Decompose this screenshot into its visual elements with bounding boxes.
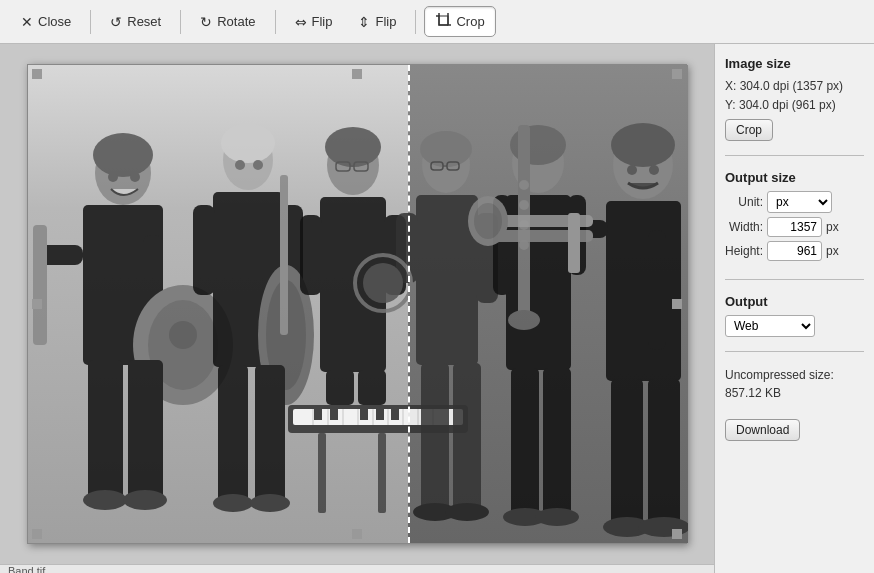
svg-rect-25 [255, 365, 285, 505]
svg-rect-55 [378, 433, 386, 513]
separator-1 [90, 10, 91, 34]
divider-2 [725, 279, 864, 280]
svg-point-59 [420, 131, 472, 167]
svg-point-2 [93, 133, 153, 177]
image-container[interactable] [0, 44, 714, 564]
flip-v-icon: ⇕ [358, 14, 370, 30]
svg-rect-49 [314, 409, 322, 420]
height-label: Height: [725, 244, 763, 258]
width-label: Width: [725, 220, 763, 234]
crop-line [408, 65, 410, 543]
svg-point-95 [474, 203, 502, 239]
separator-2 [180, 10, 181, 34]
handle-middle-right[interactable] [672, 299, 682, 309]
handle-top-middle[interactable] [352, 69, 362, 79]
svg-point-29 [253, 160, 263, 170]
svg-point-27 [250, 494, 290, 512]
download-button[interactable]: Download [725, 419, 800, 441]
svg-rect-0 [439, 16, 448, 25]
svg-rect-69 [453, 363, 481, 513]
photo-wrapper[interactable] [27, 64, 687, 544]
close-button[interactable]: ✕ Close [10, 8, 82, 36]
svg-rect-84 [543, 368, 571, 518]
uncompressed-section: Uncompressed size: 857.12 KB Download [725, 366, 864, 441]
crop-tool-button[interactable]: Crop [424, 6, 495, 37]
svg-rect-9 [33, 225, 47, 345]
close-label: Close [38, 14, 71, 29]
close-icon: ✕ [21, 14, 33, 30]
svg-rect-19 [193, 205, 215, 295]
svg-point-28 [235, 160, 245, 170]
image-size-x: X: 304.0 dpi (1357 px) [725, 77, 864, 96]
reset-button[interactable]: ↺ Reset [99, 8, 172, 36]
handle-top-left[interactable] [32, 69, 42, 79]
svg-rect-57 [358, 370, 386, 405]
unit-row: Unit: px [725, 191, 864, 213]
svg-point-12 [83, 490, 127, 510]
output-section: Output Web [725, 294, 864, 337]
height-row: Height: px [725, 241, 864, 261]
output-size-section: Output size Unit: px Width: px Height: p… [725, 170, 864, 265]
svg-point-8 [169, 321, 197, 349]
rotate-icon: ↻ [200, 14, 212, 30]
uncompressed-label: Uncompressed size: 857.12 KB [725, 366, 864, 402]
crop-button[interactable]: Crop [725, 119, 773, 141]
svg-point-15 [130, 172, 140, 182]
svg-rect-89 [606, 201, 681, 381]
svg-rect-53 [391, 409, 399, 420]
handle-middle-left[interactable] [32, 299, 42, 309]
image-size-y: Y: 304.0 dpi (961 px) [725, 96, 864, 115]
unit-select[interactable]: px [767, 191, 832, 213]
svg-rect-56 [326, 370, 354, 405]
handle-bottom-left[interactable] [32, 529, 42, 539]
crop-tool-label: Crop [456, 14, 484, 29]
height-unit: px [826, 244, 839, 258]
band-photo [28, 65, 688, 545]
flip-h-icon: ⇔ [295, 14, 307, 30]
output-size-title: Output size [725, 170, 864, 185]
right-panel: Image size X: 304.0 dpi (1357 px) Y: 304… [714, 44, 874, 573]
filename-label: Band.tif [8, 565, 45, 573]
main-content: Band.tif Image size X: 304.0 dpi (1357 p… [0, 44, 874, 573]
crop-icon [435, 12, 451, 31]
width-row: Width: px [725, 217, 864, 237]
width-input[interactable] [767, 217, 822, 237]
svg-point-71 [445, 503, 489, 521]
svg-point-14 [108, 172, 118, 182]
svg-rect-54 [318, 433, 326, 513]
flip-v-button[interactable]: ⇕ Flip [347, 8, 407, 36]
svg-point-88 [611, 123, 675, 167]
rotate-label: Rotate [217, 14, 255, 29]
height-input[interactable] [767, 241, 822, 261]
image-size-section: Image size X: 304.0 dpi (1357 px) Y: 304… [725, 56, 864, 141]
svg-point-31 [325, 127, 381, 167]
svg-rect-68 [421, 363, 449, 513]
handle-top-right[interactable] [672, 69, 682, 79]
svg-point-101 [627, 165, 637, 175]
output-select[interactable]: Web [725, 315, 815, 337]
svg-point-80 [519, 200, 529, 210]
handle-bottom-middle[interactable] [352, 529, 362, 539]
canvas-area[interactable]: Band.tif [0, 44, 714, 573]
width-unit: px [826, 220, 839, 234]
svg-rect-96 [568, 213, 580, 273]
svg-rect-97 [611, 379, 643, 529]
handle-bottom-right[interactable] [672, 529, 682, 539]
divider-3 [725, 351, 864, 352]
flip-h-label: Flip [312, 14, 333, 29]
svg-point-13 [123, 490, 167, 510]
rotate-button[interactable]: ↻ Rotate [189, 8, 266, 36]
flip-v-label: Flip [375, 14, 396, 29]
svg-rect-36 [300, 215, 322, 295]
output-title: Output [725, 294, 864, 309]
statusbar: Band.tif [0, 564, 714, 573]
svg-rect-23 [280, 175, 288, 335]
svg-point-102 [649, 165, 659, 175]
reset-icon: ↺ [110, 14, 122, 30]
flip-h-button[interactable]: ⇔ Flip [284, 8, 344, 36]
output-select-wrap: Web [725, 315, 864, 337]
svg-rect-83 [511, 368, 539, 518]
separator-3 [275, 10, 276, 34]
svg-point-26 [213, 494, 253, 512]
svg-rect-11 [128, 360, 163, 500]
